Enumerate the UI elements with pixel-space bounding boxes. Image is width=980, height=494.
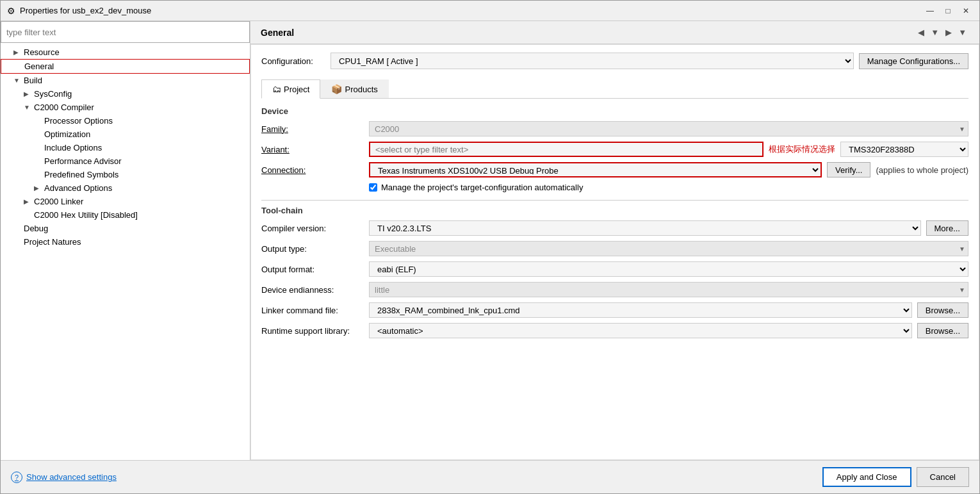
title-bar: ⚙ Properties for usb_ex2_dev_mouse — □ ✕ (1, 1, 979, 21)
output-format-row: Output format: eabi (ELF) (261, 261, 968, 277)
toolchain-section-header: Tool-chain (261, 206, 968, 215)
tree-item-label: Advanced Options (44, 183, 112, 193)
show-advanced-settings[interactable]: ? Show advanced settings (11, 472, 117, 483)
right-panel-header: General ◀ ▼ ▶ ▼ (250, 21, 979, 44)
tree-item-label: SysConfig (34, 89, 72, 99)
variant-input[interactable] (369, 142, 764, 157)
tree-item-include-options[interactable]: Include Options (1, 141, 250, 154)
right-content: Configuration: CPU1_RAM [ Active ] Manag… (250, 44, 979, 460)
tree-item-c2000compiler[interactable]: ▼ C2000 Compiler (1, 101, 250, 114)
arrow-icon: ▶ (13, 49, 21, 56)
arrow-icon: ▼ (24, 104, 31, 111)
tabs-row: 🗂 Project 📦 Products (261, 79, 968, 99)
tree-item-optimization[interactable]: Optimization (1, 128, 250, 141)
nav-arrows: ◀ ▼ ▶ ▼ (915, 26, 969, 38)
tab-products-label: Products (345, 85, 377, 94)
variant-select[interactable]: TMS320F28388D (840, 142, 968, 157)
family-label: Family: (261, 124, 364, 134)
arrow-placeholder (13, 225, 21, 232)
runtime-library-label: Runtime support library: (261, 326, 364, 336)
device-endianness-row: Device endianness: little ▼ (261, 282, 968, 297)
tree-item-label: Debug (24, 224, 48, 233)
arrow-placeholder (14, 63, 22, 70)
tree-item-debug[interactable]: Debug (1, 222, 250, 235)
manage-checkbox-row: Manage the project's target-configuratio… (261, 183, 968, 192)
config-select[interactable]: CPU1_RAM [ Active ] (331, 53, 854, 69)
maximize-button[interactable]: □ (940, 4, 956, 17)
tree-item-label: C2000 Compiler (34, 103, 94, 112)
tree-item-advanced-options[interactable]: ▶ Advanced Options (1, 181, 250, 195)
tab-project[interactable]: 🗂 Project (261, 79, 320, 99)
variant-label: Variant: (261, 145, 364, 154)
manage-checkbox[interactable] (369, 183, 377, 192)
products-tab-icon: 📦 (331, 84, 342, 94)
nav-back-dropdown[interactable]: ▼ (928, 26, 942, 38)
browse-runtime-button[interactable]: Browse... (917, 323, 968, 338)
config-row: Configuration: CPU1_RAM [ Active ] Manag… (261, 53, 968, 69)
variant-note: 根据实际情况选择 (769, 144, 835, 155)
tree-item-resource[interactable]: ▶ Resource (1, 45, 250, 59)
runtime-library-row: Runtime support library: <automatic> Bro… (261, 323, 968, 338)
tab-products[interactable]: 📦 Products (320, 79, 388, 98)
title-bar-left: ⚙ Properties for usb_ex2_dev_mouse (6, 6, 151, 16)
dialog-title: Properties for usb_ex2_dev_mouse (20, 6, 151, 15)
tree-item-general[interactable]: General (1, 59, 250, 74)
help-icon: ? (11, 472, 22, 483)
arrow-placeholder (24, 211, 31, 218)
device-endianness-value: little ▼ (369, 282, 968, 297)
nav-forward-button[interactable]: ▶ (943, 26, 954, 38)
applies-text: (applies to whole project) (876, 165, 968, 175)
device-endianness-label: Device endianness: (261, 285, 364, 295)
nav-forward-dropdown[interactable]: ▼ (956, 26, 969, 38)
minimize-button[interactable]: — (922, 4, 938, 17)
tree-item-sysconfig[interactable]: ▶ SysConfig (1, 87, 250, 101)
dropdown-arrow-icon: ▼ (959, 126, 965, 133)
tree-item-c2000linker[interactable]: ▶ C2000 Linker (1, 195, 250, 208)
apply-and-close-button[interactable]: Apply and Close (822, 467, 911, 487)
browse-linker-button[interactable]: Browse... (917, 302, 968, 318)
tree-item-label: Optimization (44, 129, 90, 139)
output-format-select[interactable]: eabi (ELF) (369, 261, 968, 277)
tree-item-project-natures[interactable]: Project Natures (1, 235, 250, 249)
tree-item-label: C2000 Linker (34, 197, 83, 206)
show-advanced-label: Show advanced settings (26, 472, 117, 482)
arrow-placeholder (13, 238, 21, 245)
arrow-placeholder (34, 117, 42, 124)
tree-item-build[interactable]: ▼ Build (1, 74, 250, 87)
runtime-library-select[interactable]: <automatic> (369, 323, 912, 338)
right-panel: General ◀ ▼ ▶ ▼ Configuration: CPU1_RAM … (250, 21, 979, 460)
dialog-body: ▶ Resource General ▼ Build ▶ SysConfig (1, 21, 979, 460)
tree-item-performance-advisor[interactable]: Performance Advisor (1, 154, 250, 168)
tree-item-label: Include Options (44, 143, 102, 152)
dialog: ⚙ Properties for usb_ex2_dev_mouse — □ ✕… (0, 0, 980, 494)
manage-checkbox-label: Manage the project's target-configuratio… (381, 183, 583, 192)
filter-input[interactable] (1, 21, 250, 43)
nav-back-button[interactable]: ◀ (915, 26, 927, 38)
tree-item-predefined-symbols[interactable]: Predefined Symbols (1, 168, 250, 181)
linker-cmd-row: Linker command file: 2838x_RAM_combined_… (261, 302, 968, 318)
manage-configurations-button[interactable]: Manage Configurations... (859, 53, 968, 69)
connection-select[interactable]: Texas Instruments XDS100v2 USB Debug Pro… (369, 162, 822, 177)
panel-title: General (261, 28, 294, 38)
compiler-version-select[interactable]: TI v20.2.3.LTS (369, 220, 921, 236)
tab-project-label: Project (284, 85, 309, 94)
tree-item-label: Build (24, 76, 42, 85)
tree-item-label: Processor Options (44, 116, 113, 126)
output-type-value: Executable ▼ (369, 241, 968, 256)
linker-cmd-select[interactable]: 2838x_RAM_combined_lnk_cpu1.cmd (369, 302, 912, 318)
tree-item-c2000hexutility[interactable]: C2000 Hex Utility [Disabled] (1, 208, 250, 222)
arrow-icon: ▶ (34, 185, 42, 192)
verify-button[interactable]: Verify... (827, 162, 870, 177)
output-format-label: Output format: (261, 265, 364, 274)
dropdown-arrow-icon: ▼ (959, 245, 965, 252)
family-value: C2000 ▼ (369, 121, 968, 136)
device-section-header: Device (261, 106, 968, 116)
cancel-button[interactable]: Cancel (917, 467, 969, 487)
close-button[interactable]: ✕ (958, 4, 974, 17)
more-button[interactable]: More... (926, 220, 968, 236)
arrow-icon: ▶ (24, 90, 31, 97)
tree-item-processor-options[interactable]: Processor Options (1, 114, 250, 128)
dialog-icon: ⚙ (6, 6, 16, 16)
connection-row: Connection: Texas Instruments XDS100v2 U… (261, 162, 968, 177)
connection-label: Connection: (261, 165, 364, 175)
